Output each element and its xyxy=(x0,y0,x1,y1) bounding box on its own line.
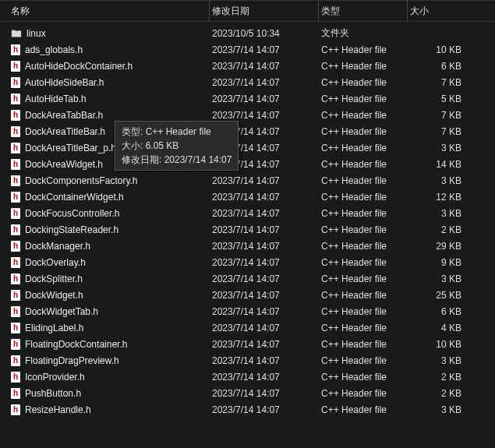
cell-size: 12 KB xyxy=(410,192,472,203)
file-row[interactable]: DockManager.h2023/7/14 14:07C++ Header f… xyxy=(0,238,495,254)
file-row[interactable]: AutoHideDockContainer.h2023/7/14 14:07C+… xyxy=(0,58,495,74)
cell-name: AutoHideDockContainer.h xyxy=(11,61,212,72)
cell-type: C++ Header file xyxy=(321,404,410,415)
cell-size: 3 KB xyxy=(410,355,472,366)
cell-size: 5 KB xyxy=(410,93,472,104)
file-row[interactable]: DockingStateReader.h2023/7/14 14:07C++ H… xyxy=(0,221,495,238)
file-row[interactable]: ResizeHandle.h2023/7/14 14:07C++ Header … xyxy=(0,401,495,418)
cell-date: 2023/10/5 10:34 xyxy=(212,28,321,39)
cell-size: 3 KB xyxy=(410,273,472,284)
cell-type: C++ Header file xyxy=(321,290,410,301)
cell-name: ElidingLabel.h xyxy=(11,323,212,333)
header-file-icon xyxy=(11,77,20,88)
cell-date: 2023/7/14 14:07 xyxy=(212,224,321,235)
cell-type: C++ Header file xyxy=(321,44,410,55)
cell-size: 2 KB xyxy=(410,372,472,383)
header-file-icon xyxy=(11,192,20,203)
column-header-date[interactable]: 修改日期 xyxy=(212,5,321,18)
cell-type: C++ Header file xyxy=(321,77,410,88)
header-file-icon xyxy=(11,339,20,350)
folder-row[interactable]: linux2023/10/5 10:34文件夹 xyxy=(0,25,495,41)
file-row[interactable]: AutoHideSideBar.h2023/7/14 14:07C++ Head… xyxy=(0,74,495,90)
column-header-type[interactable]: 类型 xyxy=(321,5,410,18)
cell-size: 7 KB xyxy=(410,126,472,137)
cell-type: C++ Header file xyxy=(321,110,410,121)
file-row[interactable]: AutoHideTab.h2023/7/14 14:07C++ Header f… xyxy=(0,90,495,107)
cell-size: 3 KB xyxy=(410,175,472,186)
header-file-icon xyxy=(11,404,20,415)
cell-name: ads_globals.h xyxy=(11,44,212,55)
cell-size: 14 KB xyxy=(410,159,472,170)
header-file-icon xyxy=(11,110,20,121)
cell-size: 6 KB xyxy=(410,306,472,317)
cell-name: DockWidget.h xyxy=(11,290,212,301)
file-row[interactable]: ads_globals.h2023/7/14 14:07C++ Header f… xyxy=(0,41,495,58)
file-row[interactable]: DockOverlay.h2023/7/14 14:07C++ Header f… xyxy=(0,254,495,270)
cell-date: 2023/7/14 14:07 xyxy=(212,339,321,350)
tooltip-type-value: C++ Header file xyxy=(146,126,211,137)
cell-type: C++ Header file xyxy=(321,323,410,333)
tooltip-type-label: 类型: xyxy=(122,126,146,137)
cell-name: FloatingDragPreview.h xyxy=(11,355,212,366)
file-row[interactable]: DockAreaWidget.h2023/7/14 14:07C++ Heade… xyxy=(0,156,495,172)
cell-size: 3 KB xyxy=(410,404,472,415)
file-row[interactable]: PushButton.h2023/7/14 14:07C++ Header fi… xyxy=(0,385,495,401)
header-file-icon xyxy=(11,388,20,399)
tooltip-date-label: 修改日期: xyxy=(122,154,164,165)
file-name: DockContainerWidget.h xyxy=(25,192,124,203)
file-row[interactable]: FloatingDockContainer.h2023/7/14 14:07C+… xyxy=(0,336,495,352)
file-row[interactable]: DockContainerWidget.h2023/7/14 14:07C++ … xyxy=(0,189,495,205)
column-header-row: 名称 修改日期 类型 大小 xyxy=(0,0,495,22)
cell-type: C++ Header file xyxy=(321,241,410,252)
cell-date: 2023/7/14 14:07 xyxy=(212,273,321,284)
cell-date: 2023/7/14 14:07 xyxy=(212,404,321,415)
file-name: DockAreaTabBar.h xyxy=(25,110,103,121)
cell-date: 2023/7/14 14:07 xyxy=(212,323,321,333)
file-name: DockFocusController.h xyxy=(25,208,119,219)
cell-type: C++ Header file xyxy=(321,175,410,186)
cell-name: DockAreaTabBar.h xyxy=(11,110,212,121)
cell-date: 2023/7/14 14:07 xyxy=(212,257,321,268)
cell-date: 2023/7/14 14:07 xyxy=(212,192,321,203)
file-name: DockAreaWidget.h xyxy=(25,159,103,170)
file-name: DockOverlay.h xyxy=(25,257,86,268)
file-row[interactable]: DockWidget.h2023/7/14 14:07C++ Header fi… xyxy=(0,287,495,303)
file-row[interactable]: DockAreaTitleBar.h2023/7/14 14:07C++ Hea… xyxy=(0,123,495,139)
file-row[interactable]: DockAreaTabBar.h2023/7/14 14:07C++ Heade… xyxy=(0,107,495,123)
cell-size: 3 KB xyxy=(410,143,472,153)
cell-type: C++ Header file xyxy=(321,143,410,153)
cell-date: 2023/7/14 14:07 xyxy=(212,61,321,72)
cell-date: 2023/7/14 14:07 xyxy=(212,208,321,219)
file-row[interactable]: DockFocusController.h2023/7/14 14:07C++ … xyxy=(0,205,495,221)
file-name: IconProvider.h xyxy=(25,372,85,383)
cell-type: C++ Header file xyxy=(321,355,410,366)
file-row[interactable]: FloatingDragPreview.h2023/7/14 14:07C++ … xyxy=(0,352,495,369)
tooltip-size-label: 大小: xyxy=(122,140,146,151)
file-name: linux xyxy=(27,28,46,39)
file-row[interactable]: ElidingLabel.h2023/7/14 14:07C++ Header … xyxy=(0,319,495,336)
header-file-icon xyxy=(11,323,20,333)
cell-size: 7 KB xyxy=(410,110,472,121)
column-header-size[interactable]: 大小 xyxy=(410,5,472,18)
file-row[interactable]: DockComponentsFactory.h2023/7/14 14:07C+… xyxy=(0,172,495,189)
cell-type: C++ Header file xyxy=(321,306,410,317)
cell-type: 文件夹 xyxy=(321,26,410,40)
cell-name: FloatingDockContainer.h xyxy=(11,339,212,350)
header-file-icon xyxy=(11,143,20,153)
cell-name: DockContainerWidget.h xyxy=(11,192,212,203)
file-row[interactable]: DockWidgetTab.h2023/7/14 14:07C++ Header… xyxy=(0,303,495,319)
header-file-icon xyxy=(11,273,20,284)
header-file-icon xyxy=(11,241,20,252)
header-file-icon xyxy=(11,208,20,219)
cell-type: C++ Header file xyxy=(321,93,410,104)
file-row[interactable]: IconProvider.h2023/7/14 14:07C++ Header … xyxy=(0,369,495,385)
file-name: ElidingLabel.h xyxy=(25,323,83,333)
cell-size: 7 KB xyxy=(410,77,472,88)
cell-size: 9 KB xyxy=(410,257,472,268)
cell-date: 2023/7/14 14:07 xyxy=(212,77,321,88)
column-header-name[interactable]: 名称 xyxy=(11,5,212,18)
cell-name: DockWidgetTab.h xyxy=(11,306,212,317)
file-row[interactable]: DockAreaTitleBar_p.h2023/7/14 14:07C++ H… xyxy=(0,139,495,156)
file-row[interactable]: DockSplitter.h2023/7/14 14:07C++ Header … xyxy=(0,270,495,287)
cell-name: linux xyxy=(11,28,212,39)
